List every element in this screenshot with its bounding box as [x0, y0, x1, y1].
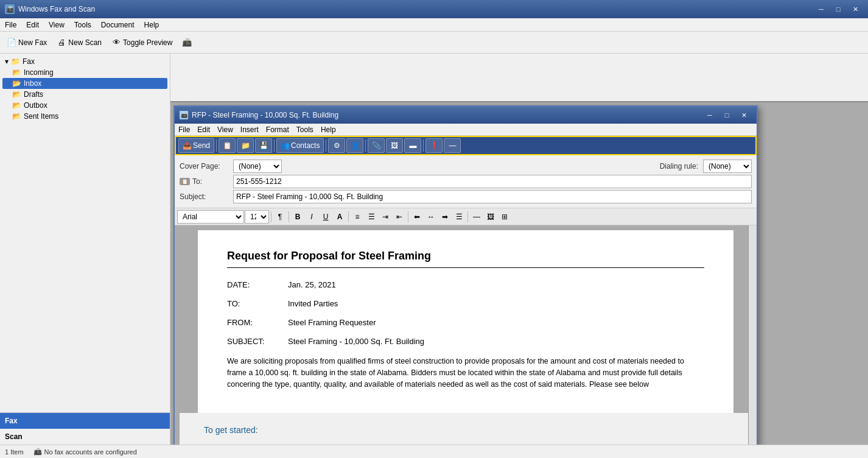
- cover-page-label: Cover Page:: [180, 162, 228, 171]
- format-align-center-button[interactable]: ↔: [424, 210, 438, 224]
- format-ol-button[interactable]: ≡: [351, 210, 364, 224]
- sidebar-section-fax[interactable]: Fax: [0, 413, 170, 429]
- document-scrollbar[interactable]: [748, 225, 757, 445]
- fax-tb6-button[interactable]: ⚙: [328, 138, 345, 153]
- fax-dash-button[interactable]: —: [444, 138, 461, 153]
- format-hrule-button[interactable]: —: [470, 210, 483, 224]
- fax-menu-format[interactable]: Format: [262, 125, 293, 135]
- get-started-label: To get started:: [204, 425, 727, 435]
- cover-page-select[interactable]: (None): [233, 160, 282, 173]
- format-sep-5: [467, 211, 468, 222]
- fax-menu-view[interactable]: View: [214, 125, 237, 135]
- to-input[interactable]: [233, 175, 752, 188]
- fax-tb4-button[interactable]: 💾: [255, 138, 272, 153]
- preview-section: To get started: Connect a phone line to …: [180, 413, 752, 445]
- fax-close-button[interactable]: ✕: [736, 109, 752, 121]
- steps-list: Connect a phone line to your computer.: [216, 442, 727, 445]
- sidebar: ▾ 📁 Fax 📂 Incoming 📂 Inbox 📂 Drafts: [0, 54, 170, 445]
- content-area: ▾ 📁 Fax 📂 Incoming 📂 Inbox 📂 Drafts: [0, 54, 868, 445]
- list-pane: [170, 54, 868, 102]
- subject-input[interactable]: [233, 190, 752, 203]
- format-justify-button[interactable]: ☰: [452, 210, 466, 224]
- sidebar-incoming-label: Incoming: [24, 68, 54, 77]
- step-1: Connect a phone line to your computer.: [216, 442, 727, 445]
- fax-minimize-button[interactable]: ─: [702, 109, 718, 121]
- inbox-folder-icon: 📂: [12, 79, 21, 88]
- fax-maximize-button[interactable]: □: [719, 109, 735, 121]
- new-fax-button[interactable]: 📄 New Fax: [2, 35, 51, 50]
- sidebar-item-inbox[interactable]: 📂 Inbox: [2, 78, 167, 89]
- format-italic-button[interactable]: I: [305, 210, 318, 224]
- format-align-right-button[interactable]: ➡: [438, 210, 452, 224]
- dialing-rule-select[interactable]: (None): [703, 160, 752, 173]
- menu-edit[interactable]: Edit: [21, 19, 44, 30]
- fax-tb6-icon: ⚙: [332, 141, 341, 150]
- fax-toolbar: 📤 Send 📋 📁 💾: [175, 136, 757, 155]
- font-family-select[interactable]: Arial: [177, 210, 244, 224]
- toggle-preview-label: Toggle Preview: [123, 38, 172, 47]
- format-underline-button[interactable]: U: [319, 210, 332, 224]
- fax-tb8-button[interactable]: 📎: [368, 138, 385, 153]
- main-menu-bar: File Edit View Tools Document Help: [0, 18, 868, 32]
- fax-menu-tools[interactable]: Tools: [293, 125, 317, 135]
- outbox-folder-icon: 📂: [12, 101, 21, 110]
- doc-subject-label: SUBJECT:: [227, 337, 288, 346]
- sidebar-item-sent-items[interactable]: 📂 Sent Items: [2, 111, 167, 122]
- dialing-rule-area: Dialing rule: (None): [660, 160, 752, 173]
- fax-tb7-button[interactable]: 👤: [346, 138, 363, 153]
- sidebar-fax-section-label: Fax: [5, 417, 18, 425]
- fax-tb2-button[interactable]: 📋: [219, 138, 236, 153]
- maximize-button[interactable]: □: [830, 3, 846, 15]
- preview-pane: 📠 RFP - Steel Framing - 10,000 Sq. Ft. B…: [170, 102, 868, 445]
- font-size-select[interactable]: 12: [245, 210, 269, 224]
- app-icon: 📠: [5, 4, 15, 14]
- fax-menu-edit[interactable]: Edit: [194, 125, 214, 135]
- format-indent-button[interactable]: ⇥: [379, 210, 392, 224]
- toggle-preview-button[interactable]: 👁 Toggle Preview: [107, 35, 177, 50]
- sidebar-tree: ▾ 📁 Fax 📂 Incoming 📂 Inbox 📂 Drafts: [0, 54, 170, 412]
- fax-menu-help[interactable]: Help: [317, 125, 340, 135]
- fax-priority-button[interactable]: ❗: [425, 138, 443, 153]
- main-toolbar: 📄 New Fax 🖨 New Scan 👁 Toggle Preview 📠: [0, 32, 868, 54]
- fax-tb3-icon: 📁: [241, 141, 250, 150]
- sidebar-drafts-label: Drafts: [24, 90, 43, 99]
- fax-tb10-button[interactable]: ▬: [404, 138, 421, 153]
- sidebar-item-outbox[interactable]: 📂 Outbox: [2, 100, 167, 111]
- fax-contacts-button[interactable]: 👥 Contacts: [276, 138, 324, 153]
- doc-to-label: TO:: [227, 299, 288, 308]
- format-outdent-button[interactable]: ⇤: [393, 210, 406, 224]
- new-scan-button[interactable]: 🖨 New Scan: [52, 35, 106, 50]
- menu-document[interactable]: Document: [96, 19, 139, 30]
- format-ul-button[interactable]: ☰: [365, 210, 378, 224]
- menu-file[interactable]: File: [0, 19, 21, 30]
- menu-tools[interactable]: Tools: [69, 19, 96, 30]
- fax-tb9-button[interactable]: 🖼: [386, 138, 403, 153]
- menu-view[interactable]: View: [44, 19, 69, 30]
- close-button[interactable]: ✕: [847, 3, 863, 15]
- fax-send-button[interactable]: 📤 Send: [178, 138, 214, 153]
- fax-dialog-icon: 📠: [180, 111, 188, 119]
- drafts-folder-icon: 📂: [12, 90, 21, 99]
- minimize-button[interactable]: ─: [813, 3, 829, 15]
- sidebar-item-incoming[interactable]: 📂 Incoming: [2, 67, 167, 78]
- format-paragraph-button[interactable]: ¶: [273, 210, 287, 224]
- extra-toolbar-button[interactable]: 📠: [178, 35, 196, 50]
- sidebar-item-drafts[interactable]: 📂 Drafts: [2, 89, 167, 100]
- format-image-button[interactable]: 🖼: [484, 210, 497, 224]
- sidebar-sent-items-label: Sent Items: [24, 112, 58, 121]
- menu-help[interactable]: Help: [139, 19, 164, 30]
- fax-tb3-button[interactable]: 📁: [237, 138, 254, 153]
- format-align-left-button[interactable]: ⬅: [410, 210, 424, 224]
- subject-label: Subject:: [180, 192, 228, 201]
- document-scroll-area[interactable]: Request for Proposal for Steel Framing D…: [180, 230, 752, 445]
- format-table-button[interactable]: ⊞: [498, 210, 511, 224]
- sidebar-section-scan[interactable]: Scan: [0, 429, 170, 445]
- format-font-color-button[interactable]: A: [333, 210, 346, 224]
- sidebar-item-fax-root[interactable]: ▾ 📁 Fax: [2, 56, 167, 67]
- format-bold-button[interactable]: B: [291, 210, 304, 224]
- fax-menu-file[interactable]: File: [175, 125, 194, 135]
- fax-menu-insert[interactable]: Insert: [237, 125, 262, 135]
- fax-title-controls: ─ □ ✕: [702, 109, 752, 121]
- main-window: 📠 Windows Fax and Scan ─ □ ✕ File Edit V…: [0, 0, 868, 458]
- app-title: Windows Fax and Scan: [18, 5, 813, 13]
